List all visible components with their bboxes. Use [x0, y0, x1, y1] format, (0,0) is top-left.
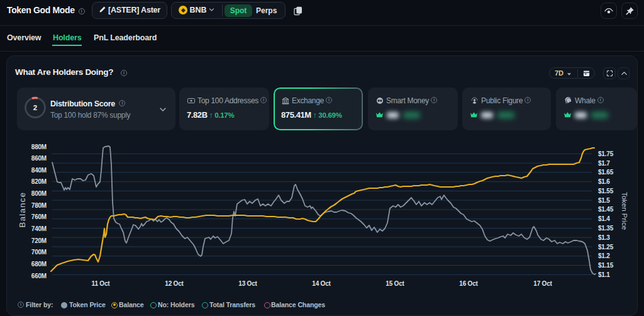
svg-text:$1.1: $1.1 — [598, 271, 610, 278]
svg-text:$1.25: $1.25 — [598, 244, 614, 251]
svg-text:680M: 680M — [31, 261, 47, 268]
svg-text:16 Oct: 16 Oct — [459, 280, 478, 287]
svg-text:740M: 740M — [31, 225, 47, 232]
svg-text:$1.4: $1.4 — [598, 215, 610, 222]
svg-text:800M: 800M — [31, 190, 47, 197]
svg-text:17 Oct: 17 Oct — [533, 280, 552, 287]
svg-text:2: 2 — [33, 104, 37, 111]
svg-text:700M: 700M — [31, 249, 47, 256]
svg-text:$1.3: $1.3 — [598, 234, 610, 241]
svg-text:760M: 760M — [31, 213, 47, 220]
svg-text:11 Oct: 11 Oct — [92, 280, 111, 287]
svg-text:$1.75: $1.75 — [598, 150, 614, 157]
svg-text:12 Oct: 12 Oct — [165, 280, 184, 287]
svg-text:13 Oct: 13 Oct — [238, 280, 257, 287]
svg-text:660M: 660M — [31, 273, 47, 279]
svg-text:$1.45: $1.45 — [598, 206, 614, 213]
svg-text:840M: 840M — [31, 167, 47, 174]
svg-text:$1.35: $1.35 — [598, 225, 614, 232]
svg-text:820M: 820M — [31, 178, 47, 185]
svg-text:Balance: Balance — [18, 192, 27, 228]
svg-text:880M: 880M — [31, 144, 47, 150]
svg-text:$1.55: $1.55 — [598, 188, 614, 195]
svg-text:$1.7: $1.7 — [598, 160, 610, 167]
svg-text:15 Oct: 15 Oct — [386, 280, 404, 287]
svg-text:$1.65: $1.65 — [598, 169, 614, 176]
svg-text:$1.2: $1.2 — [598, 252, 610, 259]
svg-text:Token Price: Token Price — [621, 192, 628, 230]
svg-text:$1.15: $1.15 — [598, 262, 614, 269]
svg-text:720M: 720M — [31, 237, 47, 244]
svg-text:14 Oct: 14 Oct — [312, 280, 331, 287]
svg-text:$1.5: $1.5 — [598, 197, 610, 204]
svg-text:860M: 860M — [31, 155, 47, 162]
svg-text:780M: 780M — [31, 202, 47, 209]
svg-text:$1.6: $1.6 — [598, 178, 610, 185]
